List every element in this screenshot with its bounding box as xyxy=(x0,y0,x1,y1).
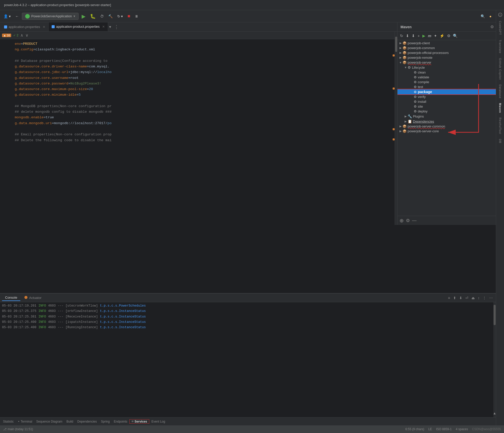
line-ending-text: LE xyxy=(428,427,432,431)
git-status[interactable]: ⎇ main (today 11:51) xyxy=(3,427,33,431)
tree-item-server-core[interactable]: ▶ 📦 powerjob-server-core xyxy=(397,129,504,134)
strip-tab-build[interactable]: Build xyxy=(64,420,75,423)
tree-item-install[interactable]: ▶ ⚙ install xyxy=(397,99,504,104)
cursor-position[interactable]: 6:55 (9 chars) xyxy=(405,427,424,431)
tree-item-powerjob-server[interactable]: ▼ 📦 powerjob-server xyxy=(397,60,504,65)
strip-tab-statistic[interactable]: Statistic xyxy=(1,420,16,423)
coverage-button[interactable]: ⏱ xyxy=(99,13,105,19)
maven-minus-button[interactable]: — xyxy=(412,218,417,223)
maven-search-button[interactable]: 🔍 xyxy=(452,33,459,39)
console-tool-7[interactable]: ⋮ xyxy=(482,295,487,300)
sidebar-maven-label[interactable]: Maven xyxy=(498,101,503,115)
strip-tab-dependencies[interactable]: Dependencies xyxy=(75,420,99,423)
tree-item-powerjob-common[interactable]: ▶ 📦 powerjob-common xyxy=(397,46,504,50)
stop-button[interactable]: ■ xyxy=(126,12,132,20)
tree-item-deploy[interactable]: ▶ ⚙ deploy xyxy=(397,109,504,114)
sidebar-codegpt-button[interactable]: C xyxy=(497,11,504,18)
tree-item-verify[interactable]: ▶ ⚙ verify xyxy=(397,94,504,99)
maven-settings-tool-button[interactable]: ⚙ xyxy=(446,33,451,39)
maven-lightning-button[interactable]: ⚡ xyxy=(439,33,446,39)
tree-item-clean[interactable]: ▶ ⚙ clean xyxy=(397,70,504,75)
profile-button[interactable]: 👤 ▾ xyxy=(2,13,12,19)
strip-tab-spring[interactable]: Spring xyxy=(99,420,112,423)
tab-application-product-properties[interactable]: application-product.properties ✕ xyxy=(49,22,108,31)
sidebar-database-label[interactable]: Database xyxy=(498,82,503,100)
tree-item-powerjob-client[interactable]: ▶ 📦 powerjob-client xyxy=(397,41,504,46)
tab-label-1: application.properties xyxy=(9,25,40,29)
collapse-warnings-button[interactable]: ∨ xyxy=(25,33,28,38)
console-tool-4[interactable]: ⏎ xyxy=(464,295,469,300)
maven-bold-button[interactable]: m xyxy=(427,33,432,38)
maven-download-button[interactable]: ⬇ xyxy=(405,33,410,39)
tree-label-install: install xyxy=(418,100,426,104)
back-button[interactable]: ← xyxy=(14,13,20,19)
run-config-button[interactable]: PowerJobServerApplication ▾ xyxy=(22,13,79,20)
sidebar-db-label[interactable]: DB xyxy=(498,137,503,145)
statistic-label: Statistic xyxy=(3,420,14,423)
indentation-info[interactable]: 4 spaces xyxy=(456,427,468,431)
bottom-tab-console[interactable]: Console xyxy=(2,295,20,301)
build-button[interactable]: 🔨 xyxy=(107,13,114,19)
console-tool-8[interactable]: ⋯ xyxy=(488,295,494,300)
code-line-7: g.datasource.core.password=No1Bug2Please… xyxy=(0,81,395,86)
console-tool-2[interactable]: ⬆ xyxy=(452,295,457,300)
console-scrollbar[interactable]: ▲ ▼ xyxy=(493,302,496,425)
editor-content[interactable]: env=PRODUCT ng.config=classpath:logback-… xyxy=(0,39,395,145)
tab-close-2[interactable]: ✕ xyxy=(102,25,105,28)
tab-application-properties[interactable]: application.properties ✕ xyxy=(1,22,49,31)
tree-item-compile[interactable]: ▶ ⚙ compile xyxy=(397,80,504,84)
tree-item-dependencies[interactable]: ▶ 📋 Dependencies xyxy=(397,119,504,124)
maven-add-button[interactable]: + xyxy=(417,33,421,38)
tree-item-plugins[interactable]: ▶ 🔧 Plugins xyxy=(397,114,504,119)
editor-scrollbar[interactable] xyxy=(395,32,397,225)
console-tool-1[interactable]: ≡ xyxy=(447,295,451,300)
tree-item-powerjob-official-processors[interactable]: ▶ 📦 powerjob-official-processors xyxy=(397,50,504,55)
expand-warnings-button[interactable]: ∧ xyxy=(20,33,23,38)
sidebar-restful-label[interactable]: RestfulTool xyxy=(498,116,503,136)
strip-tab-event-log[interactable]: Event Log xyxy=(149,420,167,423)
tree-item-validate[interactable]: ▶ ⚙ validate xyxy=(397,75,504,80)
reload-button[interactable]: ↻ ▾ xyxy=(116,13,125,19)
tree-item-package[interactable]: ▶ ⚙ package xyxy=(397,89,504,94)
bottom-tab-actuator[interactable]: Actuator xyxy=(21,295,45,301)
console-output[interactable]: 05-03 20:17:19.201 INFO 4603 --- [utecro… xyxy=(0,302,496,425)
console-scrollbar-thumb[interactable] xyxy=(494,305,496,325)
console-tool-6[interactable]: ↕ xyxy=(477,295,481,300)
suspend-button[interactable]: ⏸ xyxy=(133,13,140,19)
sidebar-github-copilot-label[interactable]: GitHub Copilot xyxy=(498,56,503,82)
encoding-info[interactable]: ISO 8859-1 xyxy=(436,427,452,431)
console-tool-3[interactable]: ⬇ xyxy=(458,295,463,300)
tree-item-lifecycle[interactable]: ▼ ⚙ Lifecycle xyxy=(397,65,504,70)
tree-item-powerjob-remote[interactable]: ▶ 📦 powerjob-remote xyxy=(397,55,504,60)
error-marker-2 xyxy=(393,88,395,90)
maven-add-bottom-button[interactable]: ⊕ xyxy=(399,218,404,224)
strip-tab-services[interactable]: ⊞ Services xyxy=(129,419,150,424)
maven-settings-bottom-button[interactable]: ⚙ xyxy=(406,218,410,223)
maven-tree[interactable]: ▶ 📦 powerjob-client ▶ 📦 powerjob-common … xyxy=(397,40,504,216)
bottom-tab-strip: Statistic ▪ Terminal Sequence Diagram Bu… xyxy=(0,417,496,425)
maven-download-sources-button[interactable]: ⬇ xyxy=(411,33,416,39)
maven-settings-button[interactable]: ⚙ xyxy=(489,24,495,30)
strip-tab-sequence[interactable]: Sequence Diagram xyxy=(34,420,65,423)
tree-item-server-common[interactable]: ▶ 📦 powerjob-server-common xyxy=(397,124,504,129)
console-tool-5[interactable]: ⏏ xyxy=(470,295,476,300)
tree-item-test[interactable]: ▶ ⚙ test xyxy=(397,84,504,89)
maven-refresh-button[interactable]: ↻ xyxy=(399,33,404,39)
debug-button[interactable]: 🐛 xyxy=(88,12,97,20)
editor-scrollbar-thumb[interactable] xyxy=(395,37,397,52)
maven-skip-tests-button[interactable]: ✦ xyxy=(433,33,438,39)
strip-tab-terminal[interactable]: ▪ Terminal xyxy=(16,420,34,423)
search-everywhere-button[interactable]: 🔍 xyxy=(479,13,486,19)
sidebar-translate-label[interactable]: Translate xyxy=(498,38,503,55)
tree-item-site[interactable]: ▶ ⚙ site xyxy=(397,104,504,109)
sidebar-codegpt-label[interactable]: CodeGPT xyxy=(498,19,503,37)
run-button[interactable]: ▶ xyxy=(80,12,87,20)
tab-more-button[interactable]: ⋮ xyxy=(112,22,121,31)
line-ending[interactable]: LE xyxy=(428,427,432,431)
maven-run-button[interactable]: ▶ xyxy=(421,33,426,39)
update-button[interactable]: ● xyxy=(488,13,493,19)
strip-tab-endpoints[interactable]: Endpoints xyxy=(112,420,129,423)
tab-dropdown-button[interactable]: ▾ xyxy=(108,22,112,31)
tree-label-plugins: Plugins xyxy=(413,114,424,118)
tab-close-1[interactable]: ✕ xyxy=(43,25,45,29)
